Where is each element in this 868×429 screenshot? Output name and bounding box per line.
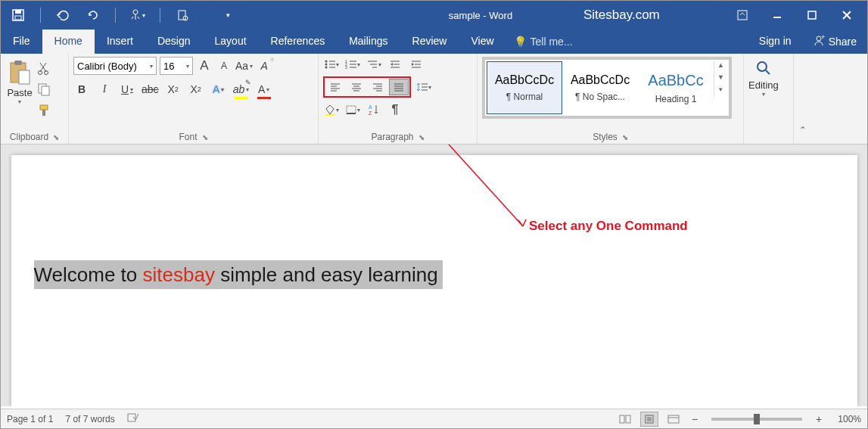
- tab-references[interactable]: References: [259, 30, 338, 54]
- svg-rect-70: [128, 414, 135, 421]
- superscript-button[interactable]: X2: [188, 81, 204, 98]
- share-button[interactable]: +Share: [802, 30, 867, 54]
- page-indicator[interactable]: Page 1 of 1: [7, 414, 53, 424]
- zoom-slider[interactable]: [711, 418, 802, 421]
- align-center-button[interactable]: [347, 79, 366, 95]
- zoom-slider-thumb[interactable]: [754, 414, 760, 424]
- line-spacing-button[interactable]: ▾: [415, 79, 432, 95]
- tab-view[interactable]: View: [459, 30, 506, 54]
- svg-point-3: [133, 10, 138, 14]
- svg-line-68: [766, 70, 770, 74]
- svg-rect-8: [808, 11, 816, 19]
- ribbon-display-icon[interactable]: [725, 4, 760, 26]
- style-heading1[interactable]: AaBbCc Heading 1: [638, 61, 714, 114]
- change-case-button[interactable]: Aa▾: [235, 58, 253, 74]
- font-name-dropdown[interactable]: Calibri (Body)▾: [73, 57, 157, 75]
- web-layout-button[interactable]: [664, 412, 683, 427]
- shading-button[interactable]: ▾: [323, 102, 340, 117]
- editing-button[interactable]: Editing ▾: [748, 57, 779, 98]
- italic-button[interactable]: I: [96, 81, 113, 98]
- strikethrough-button[interactable]: abc: [142, 81, 159, 98]
- font-launcher-icon[interactable]: ⬊: [202, 133, 208, 141]
- highlight-button[interactable]: ab✎▾: [233, 81, 250, 98]
- word-count[interactable]: 7 of 7 words: [65, 414, 114, 424]
- cut-button[interactable]: [37, 61, 51, 78]
- copy-button[interactable]: [37, 82, 51, 99]
- group-styles: AaBbCcDc ¶ Normal AaBbCcDc ¶ No Spac... …: [478, 54, 744, 144]
- zoom-level[interactable]: 100%: [831, 414, 861, 424]
- save-icon[interactable]: [10, 7, 26, 23]
- styles-more-icon[interactable]: ▾: [714, 85, 727, 98]
- styles-down-icon[interactable]: ▼: [714, 73, 727, 85]
- align-left-button[interactable]: [325, 79, 345, 95]
- annotation-label: Select any One Command: [529, 219, 688, 234]
- underline-button[interactable]: U▾: [119, 81, 135, 98]
- collapse-ribbon-icon[interactable]: ˆ: [794, 54, 812, 144]
- find-icon: [755, 60, 772, 76]
- tab-file[interactable]: File: [1, 30, 42, 54]
- styles-launcher-icon[interactable]: ⬊: [622, 133, 628, 141]
- tab-insert[interactable]: Insert: [95, 30, 145, 54]
- format-painter-button[interactable]: [37, 104, 51, 120]
- titlebar: ▾ ▾ sample - Word Sitesbay.com: [1, 1, 867, 30]
- multilevel-list-button[interactable]: ▾: [366, 57, 382, 72]
- borders-button[interactable]: ▾: [344, 102, 361, 117]
- tab-layout[interactable]: Layout: [203, 30, 259, 54]
- paragraph-launcher-icon[interactable]: ⬊: [418, 133, 425, 141]
- tab-design[interactable]: Design: [145, 30, 203, 54]
- read-mode-button[interactable]: [616, 412, 634, 427]
- print-preview-icon[interactable]: [174, 7, 191, 23]
- font-color-button[interactable]: A▾: [256, 81, 272, 98]
- svg-text:A: A: [369, 104, 372, 110]
- tell-me-search[interactable]: 💡Tell me...: [506, 30, 580, 54]
- zoom-out-button[interactable]: −: [689, 413, 701, 425]
- paste-button[interactable]: Paste ▾: [5, 57, 34, 105]
- bold-button[interactable]: B: [73, 81, 90, 98]
- tab-mailings[interactable]: Mailings: [337, 30, 400, 54]
- styles-gallery-scroll[interactable]: ▲ ▼ ▾: [714, 61, 727, 98]
- styles-up-icon[interactable]: ▲: [714, 61, 727, 73]
- decrease-indent-button[interactable]: [387, 57, 403, 72]
- minimize-button[interactable]: [760, 4, 795, 26]
- bullets-button[interactable]: ▾: [323, 57, 340, 72]
- increase-indent-button[interactable]: [408, 57, 425, 72]
- lightbulb-icon: 💡: [514, 36, 527, 48]
- svg-rect-72: [626, 415, 630, 423]
- show-hide-button[interactable]: ¶: [387, 102, 403, 117]
- font-size-dropdown[interactable]: 16▾: [160, 57, 193, 75]
- shrink-font-button[interactable]: A: [216, 58, 232, 74]
- print-layout-button[interactable]: [640, 412, 658, 427]
- style-normal[interactable]: AaBbCcDc ¶ Normal: [487, 61, 562, 114]
- subscript-button[interactable]: X2: [165, 81, 182, 98]
- touch-mode-icon[interactable]: ▾: [129, 7, 146, 23]
- undo-icon[interactable]: [54, 7, 71, 23]
- alignment-highlight-box: [323, 76, 411, 98]
- proofing-icon[interactable]: [127, 412, 139, 425]
- svg-rect-1: [15, 10, 21, 14]
- text-effects-button[interactable]: A▾: [210, 81, 227, 98]
- zoom-in-button[interactable]: +: [813, 413, 825, 425]
- justify-button[interactable]: [389, 79, 409, 95]
- svg-rect-6: [738, 11, 747, 20]
- align-right-button[interactable]: [368, 79, 387, 95]
- numbering-button[interactable]: 123▾: [344, 57, 361, 72]
- document-page[interactable]: Welcome to sitesbay simple and easy lear…: [11, 155, 857, 406]
- redo-icon[interactable]: [85, 7, 101, 23]
- svg-rect-21: [42, 110, 45, 116]
- style-nospacing[interactable]: AaBbCcDc ¶ No Spac...: [562, 61, 638, 114]
- svg-rect-77: [668, 415, 679, 423]
- tab-review[interactable]: Review: [400, 30, 459, 54]
- qat-customize-icon[interactable]: ▾: [219, 7, 236, 23]
- paste-icon: [8, 60, 31, 85]
- tab-home[interactable]: Home: [42, 30, 95, 54]
- grow-font-button[interactable]: A: [196, 58, 213, 74]
- clipboard-launcher-icon[interactable]: ⬊: [53, 133, 59, 141]
- selected-text[interactable]: Welcome to sitesbay simple and easy lear…: [34, 260, 443, 289]
- maximize-button[interactable]: [795, 4, 829, 26]
- watermark-text: Sitesbay.com: [583, 8, 660, 23]
- sort-button[interactable]: AZ: [366, 102, 382, 117]
- format-painter-icon: [37, 104, 51, 117]
- clear-formatting-button[interactable]: A✧: [256, 58, 272, 74]
- close-button[interactable]: [829, 4, 864, 26]
- sign-in-button[interactable]: Sign in: [748, 30, 802, 54]
